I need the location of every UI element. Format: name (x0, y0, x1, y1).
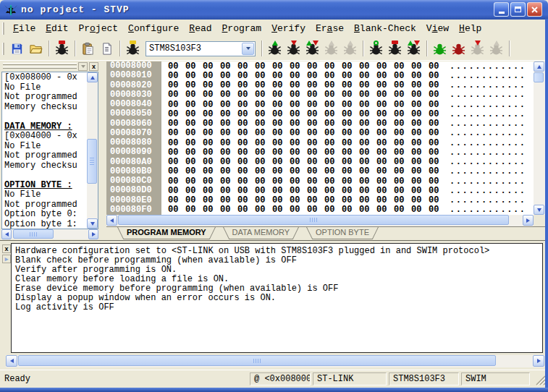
hex-byte[interactable]: 00 (237, 128, 255, 138)
hex-byte[interactable]: 00 (220, 148, 237, 158)
hex-byte[interactable]: 00 (290, 157, 307, 167)
hex-byte[interactable]: 00 (411, 195, 429, 205)
hex-byte[interactable]: 00 (411, 100, 429, 110)
hex-byte[interactable]: 00 (324, 205, 342, 215)
log-horizontal-scrollbar[interactable] (6, 355, 544, 367)
log-close-button[interactable]: x (2, 244, 11, 253)
hex-byte[interactable]: 00 (290, 176, 307, 187)
hex-byte[interactable]: 00 (168, 61, 185, 72)
hex-byte[interactable]: 00 (429, 186, 446, 196)
hex-byte[interactable]: 00 (237, 90, 255, 100)
hex-byte[interactable]: 00 (272, 148, 290, 158)
hex-byte[interactable]: 00 (394, 148, 411, 158)
hex-byte[interactable]: 00 (359, 205, 376, 215)
hex-byte[interactable]: 00 (220, 61, 237, 72)
hex-byte[interactable]: 00 (185, 166, 203, 176)
hex-byte[interactable]: 00 (255, 71, 272, 81)
hex-byte[interactable]: 00 (272, 138, 290, 148)
menu-verify[interactable]: Verify (266, 22, 311, 35)
hex-byte[interactable]: 00 (237, 80, 255, 90)
hex-byte[interactable]: 00 (220, 80, 237, 90)
program-all-tabs-icon[interactable] (450, 40, 468, 57)
hex-byte[interactable]: 00 (411, 61, 429, 72)
hex-byte[interactable]: 00 (220, 176, 237, 187)
hex-byte[interactable]: 00 (359, 100, 376, 110)
program-memory-hex-view[interactable]: 0000800000000000000000000000000000000000… (106, 61, 534, 215)
save-icon[interactable] (9, 40, 26, 57)
hex-byte[interactable]: 00 (411, 138, 429, 148)
hex-byte[interactable]: 00 (429, 166, 446, 176)
scroll-thumb[interactable] (13, 229, 54, 239)
hex-byte[interactable]: 00 (272, 100, 290, 110)
hex-byte[interactable]: 00 (255, 128, 272, 138)
hex-byte[interactable]: 00 (185, 109, 203, 119)
hex-byte[interactable]: 00 (220, 71, 237, 81)
log-output-panel[interactable]: Hardware configuration set to <ST-LINK o… (11, 243, 543, 353)
read-all-tabs-icon[interactable] (431, 40, 449, 57)
hex-byte[interactable]: 00 (307, 186, 324, 196)
hex-byte[interactable]: 00 (185, 138, 203, 148)
hex-byte[interactable]: 00 (220, 119, 237, 129)
hex-byte[interactable]: 00 (376, 109, 394, 119)
hex-byte[interactable]: 00 (185, 195, 203, 205)
hex-byte[interactable]: 00 (411, 90, 429, 100)
hex-byte[interactable]: 00 (220, 138, 237, 148)
select-device-bug-icon[interactable] (125, 40, 142, 57)
info-horizontal-scrollbar[interactable] (1, 229, 98, 239)
hex-byte[interactable]: 00 (342, 71, 359, 81)
panel-menu-button[interactable] (78, 62, 88, 71)
project-bug-icon[interactable] (54, 40, 71, 57)
hex-byte[interactable]: 00 (185, 100, 203, 110)
hex-byte[interactable]: 00 (429, 157, 446, 167)
hex-byte[interactable]: 00 (272, 90, 290, 100)
hex-byte[interactable]: 00 (203, 100, 220, 110)
hex-byte[interactable]: 00 (411, 176, 429, 187)
program-active-tabs-icon[interactable] (387, 40, 404, 57)
hex-byte[interactable]: 00 (168, 205, 185, 215)
verify-current-tab-icon[interactable] (304, 40, 321, 57)
hex-byte[interactable]: 00 (376, 61, 394, 72)
hex-byte[interactable]: 00 (255, 195, 272, 205)
scroll-right-button[interactable] (88, 229, 98, 239)
hex-byte[interactable]: 00 (359, 119, 376, 129)
menubar-gripper[interactable] (2, 22, 4, 35)
hex-byte[interactable]: 00 (359, 157, 376, 167)
hex-byte[interactable]: 00 (324, 186, 342, 196)
scroll-thumb[interactable] (87, 139, 97, 184)
hex-byte[interactable]: 00 (203, 128, 220, 138)
scroll-right-button[interactable] (533, 355, 544, 367)
hex-byte[interactable]: 00 (324, 176, 342, 187)
hex-byte[interactable]: 00 (168, 195, 185, 205)
hex-byte[interactable]: 00 (429, 109, 446, 119)
hex-byte[interactable]: 00 (411, 109, 429, 119)
hex-byte[interactable]: 00 (168, 80, 185, 90)
hex-byte[interactable]: 00 (203, 109, 220, 119)
document-icon[interactable] (98, 40, 116, 57)
hex-byte[interactable]: 00 (307, 90, 324, 100)
hex-byte[interactable]: 00 (359, 90, 376, 100)
hex-byte[interactable]: 00 (359, 71, 376, 81)
hex-byte[interactable]: 00 (394, 90, 411, 100)
hex-byte[interactable]: 00 (411, 186, 429, 196)
hex-byte[interactable]: 00 (429, 195, 446, 205)
hex-byte[interactable]: 00 (168, 71, 185, 81)
hex-byte[interactable]: 00 (203, 148, 220, 158)
combo-dropdown-button[interactable] (242, 43, 254, 55)
hex-byte[interactable]: 00 (272, 205, 290, 215)
hex-byte[interactable]: 00 (237, 71, 255, 81)
maximize-button[interactable] (510, 2, 526, 17)
hex-byte[interactable]: 00 (272, 186, 290, 196)
hex-byte[interactable]: 00 (429, 119, 446, 129)
hex-byte[interactable]: 00 (220, 128, 237, 138)
hex-byte[interactable]: 00 (342, 157, 359, 167)
menu-file[interactable]: File (8, 22, 41, 35)
hex-byte[interactable]: 00 (394, 138, 411, 148)
hex-byte[interactable]: 00 (307, 195, 324, 205)
hex-byte[interactable]: 00 (255, 138, 272, 148)
hex-byte[interactable]: 00 (359, 109, 376, 119)
info-vertical-scrollbar[interactable] (87, 72, 98, 229)
hex-byte[interactable]: 00 (342, 176, 359, 187)
hex-byte[interactable]: 00 (237, 109, 255, 119)
tab-data-memory[interactable]: DATA MEMORY (221, 227, 301, 239)
minimize-button[interactable] (494, 2, 509, 17)
